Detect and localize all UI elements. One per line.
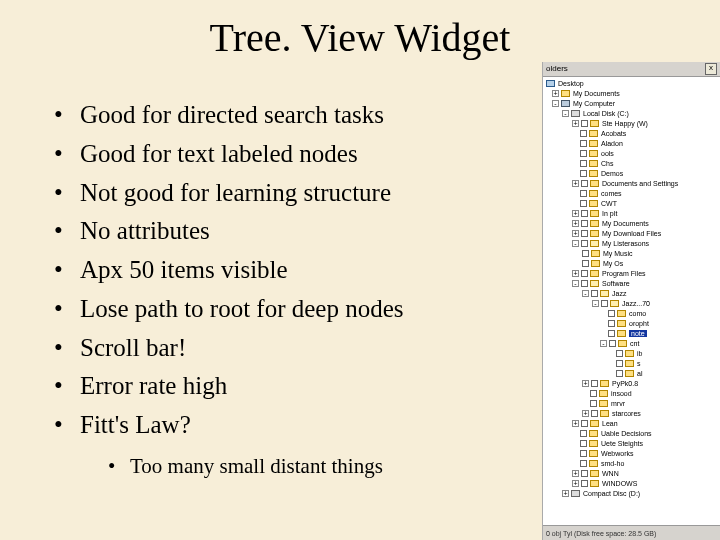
- tree-node[interactable]: al: [544, 368, 719, 378]
- checkbox-icon[interactable]: [580, 200, 587, 207]
- tree-node[interactable]: +My Documents: [544, 218, 719, 228]
- tree-node[interactable]: +My Download Files: [544, 228, 719, 238]
- tree-node[interactable]: +Ste Happy (W): [544, 118, 719, 128]
- tree-node[interactable]: mrvr: [544, 398, 719, 408]
- expander-icon[interactable]: -: [562, 110, 569, 117]
- tree-node[interactable]: +WNN: [544, 468, 719, 478]
- checkbox-icon[interactable]: [581, 210, 588, 217]
- checkbox-icon[interactable]: [580, 160, 587, 167]
- expander-icon[interactable]: +: [572, 420, 579, 427]
- expander-icon[interactable]: +: [552, 90, 559, 97]
- expander-icon[interactable]: -: [600, 340, 607, 347]
- checkbox-icon[interactable]: [601, 300, 608, 307]
- expander-icon[interactable]: +: [572, 480, 579, 487]
- checkbox-icon[interactable]: [608, 330, 615, 337]
- tree-node[interactable]: Desktop: [544, 78, 719, 88]
- tree-node[interactable]: -Local Disk (C:): [544, 108, 719, 118]
- tree-node[interactable]: My Music: [544, 248, 719, 258]
- checkbox-icon[interactable]: [616, 370, 623, 377]
- tree-node[interactable]: My Os: [544, 258, 719, 268]
- expander-icon[interactable]: +: [572, 470, 579, 477]
- tree-node[interactable]: Webworks: [544, 448, 719, 458]
- checkbox-icon[interactable]: [591, 410, 598, 417]
- checkbox-icon[interactable]: [581, 220, 588, 227]
- checkbox-icon[interactable]: [616, 350, 623, 357]
- tree-node[interactable]: +Documents and Settings: [544, 178, 719, 188]
- checkbox-icon[interactable]: [581, 180, 588, 187]
- checkbox-icon[interactable]: [590, 390, 597, 397]
- expander-icon[interactable]: -: [572, 240, 579, 247]
- tree-node[interactable]: -Software: [544, 278, 719, 288]
- checkbox-icon[interactable]: [591, 380, 598, 387]
- checkbox-icon[interactable]: [580, 450, 587, 457]
- tree-node[interactable]: Aladon: [544, 138, 719, 148]
- tree-node[interactable]: smd-ho: [544, 458, 719, 468]
- tree-node[interactable]: Uable Decisions: [544, 428, 719, 438]
- checkbox-icon[interactable]: [581, 230, 588, 237]
- tree-node[interactable]: s: [544, 358, 719, 368]
- tree-node[interactable]: oropht: [544, 318, 719, 328]
- checkbox-icon[interactable]: [609, 340, 616, 347]
- checkbox-icon[interactable]: [608, 320, 615, 327]
- close-icon[interactable]: x: [705, 63, 717, 75]
- tree-node[interactable]: CWT: [544, 198, 719, 208]
- tree-node[interactable]: -cnt: [544, 338, 719, 348]
- checkbox-icon[interactable]: [580, 130, 587, 137]
- tree-node[interactable]: insood: [544, 388, 719, 398]
- checkbox-icon[interactable]: [581, 280, 588, 287]
- expander-icon[interactable]: -: [572, 280, 579, 287]
- tree-node[interactable]: +starcores: [544, 408, 719, 418]
- expander-icon[interactable]: +: [572, 220, 579, 227]
- expander-icon[interactable]: +: [572, 180, 579, 187]
- tree-node[interactable]: Uete Steights: [544, 438, 719, 448]
- checkbox-icon[interactable]: [580, 430, 587, 437]
- tree-node[interactable]: -Jazz: [544, 288, 719, 298]
- checkbox-icon[interactable]: [581, 120, 588, 127]
- tree-node[interactable]: ools: [544, 148, 719, 158]
- tree-node[interactable]: como: [544, 308, 719, 318]
- tree-node[interactable]: -Jazz...70: [544, 298, 719, 308]
- checkbox-icon[interactable]: [581, 420, 588, 427]
- checkbox-icon[interactable]: [581, 470, 588, 477]
- checkbox-icon[interactable]: [580, 170, 587, 177]
- expander-icon[interactable]: +: [572, 120, 579, 127]
- expander-icon[interactable]: -: [592, 300, 599, 307]
- expander-icon[interactable]: +: [582, 380, 589, 387]
- tree-node[interactable]: +Compact Disc (D:): [544, 488, 719, 498]
- expander-icon[interactable]: +: [582, 410, 589, 417]
- tree-node[interactable]: +My Documents: [544, 88, 719, 98]
- checkbox-icon[interactable]: [580, 150, 587, 157]
- checkbox-icon[interactable]: [591, 290, 598, 297]
- checkbox-icon[interactable]: [616, 360, 623, 367]
- expander-icon[interactable]: +: [572, 230, 579, 237]
- checkbox-icon[interactable]: [608, 310, 615, 317]
- checkbox-icon[interactable]: [581, 270, 588, 277]
- tree-node[interactable]: +Program Files: [544, 268, 719, 278]
- tree-node[interactable]: +In pIt: [544, 208, 719, 218]
- tree-node[interactable]: Acobats: [544, 128, 719, 138]
- expander-icon[interactable]: +: [572, 270, 579, 277]
- tree-node-selected[interactable]: note: [544, 328, 719, 338]
- checkbox-icon[interactable]: [581, 480, 588, 487]
- tree-view[interactable]: Desktop +My Documents -My Computer -Loca…: [543, 76, 720, 526]
- expander-icon[interactable]: -: [552, 100, 559, 107]
- tree-node[interactable]: +PyPk0.8: [544, 378, 719, 388]
- tree-node[interactable]: -My Listerasons: [544, 238, 719, 248]
- tree-node[interactable]: ib: [544, 348, 719, 358]
- expander-icon[interactable]: +: [562, 490, 569, 497]
- checkbox-icon[interactable]: [590, 400, 597, 407]
- expander-icon[interactable]: -: [582, 290, 589, 297]
- tree-node[interactable]: +WINDOWS: [544, 478, 719, 488]
- tree-node[interactable]: -My Computer: [544, 98, 719, 108]
- checkbox-icon[interactable]: [580, 190, 587, 197]
- tree-node[interactable]: comes: [544, 188, 719, 198]
- tree-node[interactable]: Demos: [544, 168, 719, 178]
- checkbox-icon[interactable]: [582, 250, 589, 257]
- checkbox-icon[interactable]: [580, 140, 587, 147]
- checkbox-icon[interactable]: [581, 240, 588, 247]
- checkbox-icon[interactable]: [582, 260, 589, 267]
- checkbox-icon[interactable]: [580, 460, 587, 467]
- tree-node[interactable]: +Lean: [544, 418, 719, 428]
- expander-icon[interactable]: +: [572, 210, 579, 217]
- checkbox-icon[interactable]: [580, 440, 587, 447]
